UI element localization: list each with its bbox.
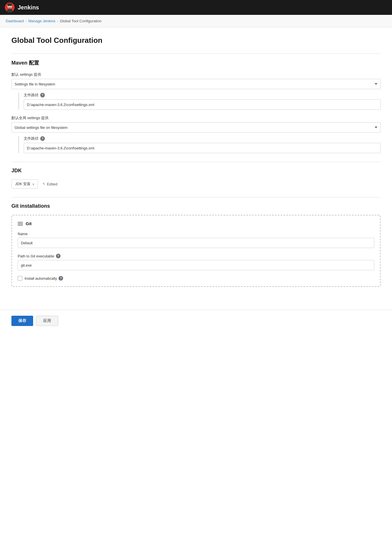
main-content: Global Tool Configuration Maven 配置 默认 se… <box>0 27 392 304</box>
file-path-help-icon-1[interactable]: ? <box>40 93 45 97</box>
footer-buttons: 保存 应用 <box>0 310 392 332</box>
file-path-input-1[interactable] <box>24 99 381 110</box>
breadcrumb-manage-jenkins[interactable]: Manage Jenkins <box>28 19 55 23</box>
global-settings-indented: 文件路径 ? <box>18 136 381 153</box>
git-card: Git Name Path to Git executable ? <box>11 215 381 287</box>
git-heading: Git installations <box>11 203 381 209</box>
default-settings-indented: 文件路径 ? <box>18 93 381 110</box>
divider-jdk <box>11 162 381 162</box>
page-title: Global Tool Configuration <box>11 36 381 45</box>
app-title: Jenkins <box>18 4 39 11</box>
chevron-down-icon: ∨ <box>32 183 34 186</box>
svg-rect-5 <box>7 3 12 6</box>
git-path-input[interactable] <box>18 260 374 270</box>
global-settings-group: 默认全局 settings 提供 Global settings file on… <box>11 115 381 153</box>
git-name-group: Name <box>18 232 374 248</box>
jdk-install-label: JDK 安装 <box>15 181 31 187</box>
git-section: Git installations Git Name P <box>11 203 381 287</box>
drag-handle-icon[interactable] <box>18 222 23 225</box>
edited-status: ✎ Edited <box>43 182 57 186</box>
jenkins-logo <box>5 2 15 13</box>
global-settings-label: 默认全局 settings 提供 <box>11 115 381 121</box>
apply-button[interactable]: 应用 <box>36 316 58 326</box>
install-auto-checkbox[interactable] <box>18 276 22 281</box>
install-auto-help-icon[interactable]: ? <box>59 276 63 281</box>
install-auto-label: Install automatically ? <box>25 276 63 281</box>
git-card-title: Git <box>26 221 32 226</box>
git-path-group: Path to Git executable ? <box>18 254 374 270</box>
app-header: Jenkins <box>0 0 392 15</box>
default-settings-label: 默认 settings 提供 <box>11 72 381 77</box>
edited-text: Edited <box>47 182 57 186</box>
install-auto-row: Install automatically ? <box>18 276 374 281</box>
git-name-input[interactable] <box>18 238 374 248</box>
jdk-section: JDK JDK 安装 ∨ ✎ Edited <box>11 168 381 189</box>
default-settings-group: 默认 settings 提供 Settings file in filesyst… <box>11 72 381 110</box>
maven-section: Maven 配置 默认 settings 提供 Settings file in… <box>11 59 381 153</box>
git-path-label: Path to Git executable ? <box>18 254 374 258</box>
breadcrumb-dashboard[interactable]: Dashboard <box>6 19 24 23</box>
jdk-install-button[interactable]: JDK 安装 ∨ <box>11 179 38 189</box>
jdk-heading: JDK <box>11 168 381 174</box>
file-path-input-2[interactable] <box>24 143 381 153</box>
git-name-label: Name <box>18 232 374 236</box>
breadcrumb-sep-1: › <box>26 19 27 23</box>
divider-top <box>11 53 381 54</box>
git-path-help-icon[interactable]: ? <box>56 254 61 258</box>
git-card-header: Git <box>18 221 374 226</box>
save-button[interactable]: 保存 <box>11 316 33 326</box>
breadcrumb-sep-2: › <box>57 19 58 23</box>
jdk-row: JDK 安装 ∨ ✎ Edited <box>11 179 381 189</box>
file-path-help-icon-2[interactable]: ? <box>40 136 45 141</box>
pencil-icon: ✎ <box>43 182 45 186</box>
breadcrumb: Dashboard › Manage Jenkins › Global Tool… <box>0 15 392 27</box>
maven-heading: Maven 配置 <box>11 59 381 66</box>
global-settings-select[interactable]: Global settings file on filesystem <box>11 122 381 133</box>
divider-git <box>11 197 381 197</box>
default-settings-select[interactable]: Settings file in filesystem <box>11 79 381 89</box>
file-path-label-1: 文件路径 ? <box>24 93 381 98</box>
breadcrumb-current: Global Tool Configuration <box>60 19 102 23</box>
file-path-label-2: 文件路径 ? <box>24 136 381 141</box>
